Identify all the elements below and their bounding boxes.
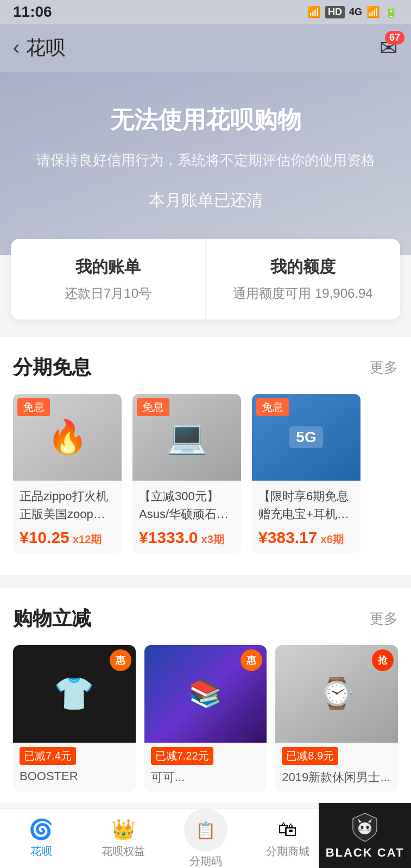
shopping-more[interactable]: 更多 (370, 609, 398, 628)
laptop-price-main: ¥1333.0 (139, 528, 198, 546)
laptop-name: 【立减300元】Asus/华硕顽石灵... (139, 487, 235, 524)
watch-badge: 抢 (372, 649, 394, 671)
hero-title: 无法使用花呗购物 (22, 104, 389, 136)
zippo-price: ¥10.25 x12期 (20, 528, 115, 547)
header-right: ✉ 67 (380, 35, 398, 60)
zippo-price-main: ¥10.25 (20, 528, 69, 546)
my-quota-title: 我的额度 (217, 256, 389, 278)
nav-code-icon: 📋 (195, 821, 216, 840)
account-cards: 我的账单 还款日7月10号 我的额度 通用额度可用 19,906.94 (11, 239, 400, 320)
nav-item-huabei[interactable]: 🌀 花呗 (0, 809, 82, 868)
svg-line-6 (358, 830, 363, 831)
shopping-header: 购物立减 更多 (13, 605, 398, 632)
watch-discount: 已减8.9元 (282, 747, 338, 765)
signal-icon: 📶 (366, 5, 380, 18)
grid-product-watch[interactable]: ⌚ 抢 已减8.9元 2019新款休闲男士... (275, 645, 398, 792)
phone-name: 【限时享6期免息赠充电宝+耳机】小... (258, 487, 354, 524)
page-title: 花呗 (26, 35, 65, 61)
laptop-price: ¥1333.0 x3期 (139, 528, 235, 547)
notification-badge: 67 (385, 31, 404, 44)
nav-item-rights[interactable]: 👑 花呗权益 (82, 809, 164, 868)
my-bill-card[interactable]: 我的账单 还款日7月10号 (11, 239, 206, 320)
status-icons: 📶 HD 4G 📶 🔋 (307, 5, 398, 18)
header: ‹ 花呗 ✉ 67 (0, 24, 411, 72)
tshirt-badge: 惠 (110, 649, 131, 671)
hero-section: 无法使用花呗购物 请保持良好信用行为，系统将不定期评估你的使用资格 本月账单已还… (0, 72, 411, 255)
svg-line-8 (367, 830, 371, 831)
tshirt-discount: 已减7.4元 (20, 747, 76, 765)
product-image-zippo: 🔥 免息 (13, 394, 122, 481)
installment-header: 分期免息 更多 (13, 354, 398, 381)
nav-code-label: 分期码 (189, 854, 222, 868)
zippo-info: 正品zippo打火机正版美国zoop芝宝... ¥10.25 x12期 (13, 481, 122, 553)
phone-price-main: ¥383.17 (258, 528, 317, 546)
black-cat-text: BLACK CAT (326, 846, 404, 860)
product-card-laptop[interactable]: 💻 免息 【立减300元】Asus/华硕顽石灵... ¥1333.0 x3期 (132, 394, 241, 553)
nav-code-btn: 📋 (184, 808, 227, 852)
nav-huabei-icon: 🌀 (29, 818, 53, 841)
installment-section: 分期免息 更多 🔥 免息 正品zippo打火机正版美国zoop芝宝... ¥10… (0, 337, 411, 575)
status-bar: 11:06 📶 HD 4G 📶 🔋 (0, 0, 411, 24)
hero-subtitle: 请保持良好信用行为，系统将不定期评估你的使用资格 (22, 149, 389, 172)
shopping-section: 购物立减 更多 👕 惠 已减7.4元 BOOSTER 📚 惠 已减7.22元 可… (0, 588, 411, 803)
book-name: 可可... (144, 767, 267, 792)
laptop-badge: 免息 (137, 398, 169, 416)
zippo-name: 正品zippo打火机正版美国zoop芝宝... (20, 487, 115, 524)
book-discount: 已减7.22元 (151, 747, 213, 765)
grid-product-tshirt[interactable]: 👕 惠 已减7.4元 BOOSTER (13, 645, 136, 792)
svg-point-3 (361, 826, 364, 829)
hero-status: 本月账单已还清 (22, 189, 389, 212)
product-image-laptop: 💻 免息 (132, 394, 241, 481)
phone-badge: 免息 (256, 398, 289, 416)
black-cat-watermark: BLACK CAT (319, 803, 411, 868)
nav-item-code[interactable]: 📋 分期码 (165, 808, 246, 868)
product-image-phone: 5G 免息 (252, 394, 361, 481)
black-cat-logo-icon (349, 811, 381, 844)
laptop-price-period: x3期 (201, 533, 224, 545)
nav-rights-icon: 👑 (111, 818, 136, 841)
nav-rights-label: 花呗权益 (102, 844, 145, 859)
svg-point-0 (358, 822, 371, 834)
nav-huabei-label: 花呗 (30, 844, 52, 859)
phone-price: ¥383.17 x6期 (258, 528, 354, 547)
book-badge: 惠 (241, 649, 262, 671)
zippo-badge: 免息 (17, 398, 50, 416)
phone-price-period: x6期 (321, 533, 344, 545)
product-card-zippo[interactable]: 🔥 免息 正品zippo打火机正版美国zoop芝宝... ¥10.25 x12期 (13, 394, 122, 553)
my-quota-subtitle: 通用额度可用 19,906.94 (217, 285, 389, 302)
installment-more[interactable]: 更多 (370, 358, 398, 377)
nav-mall-label: 分期商城 (266, 844, 309, 859)
zippo-price-period: x12期 (73, 533, 102, 545)
5g-label: 5G (289, 426, 323, 448)
nav-item-mall[interactable]: 🛍 分期商城 (246, 809, 328, 868)
status-time: 11:06 (13, 3, 52, 21)
header-left: ‹ 花呗 (13, 35, 65, 61)
my-bill-subtitle: 还款日7月10号 (22, 285, 194, 302)
installment-product-list: 🔥 免息 正品zippo打火机正版美国zoop芝宝... ¥10.25 x12期… (13, 394, 398, 558)
tshirt-name: BOOSTER (13, 767, 136, 790)
battery-icon: 🔋 (384, 5, 398, 18)
svg-point-4 (366, 826, 369, 829)
my-bill-title: 我的账单 (22, 256, 194, 278)
wifi-icon: 📶 (307, 5, 321, 18)
nav-mall-icon: 🛍 (278, 818, 298, 841)
back-button[interactable]: ‹ (13, 36, 20, 59)
hd-icon: HD (325, 6, 345, 18)
my-quota-card[interactable]: 我的额度 通用额度可用 19,906.94 (206, 239, 400, 320)
phone-info: 【限时享6期免息赠充电宝+耳机】小... ¥383.17 x6期 (252, 481, 361, 553)
4g-icon: 4G (349, 7, 362, 18)
watch-name: 2019新款休闲男士... (275, 767, 398, 792)
shopping-product-grid: 👕 惠 已减7.4元 BOOSTER 📚 惠 已减7.22元 可可... ⌚ 抢… (13, 645, 398, 792)
laptop-info: 【立减300元】Asus/华硕顽石灵... ¥1333.0 x3期 (132, 481, 241, 553)
shopping-title: 购物立减 (13, 605, 91, 632)
grid-product-book[interactable]: 📚 惠 已减7.22元 可可... (144, 645, 267, 792)
product-card-phone[interactable]: 5G 免息 【限时享6期免息赠充电宝+耳机】小... ¥383.17 x6期 (252, 394, 361, 553)
installment-title: 分期免息 (13, 354, 91, 381)
